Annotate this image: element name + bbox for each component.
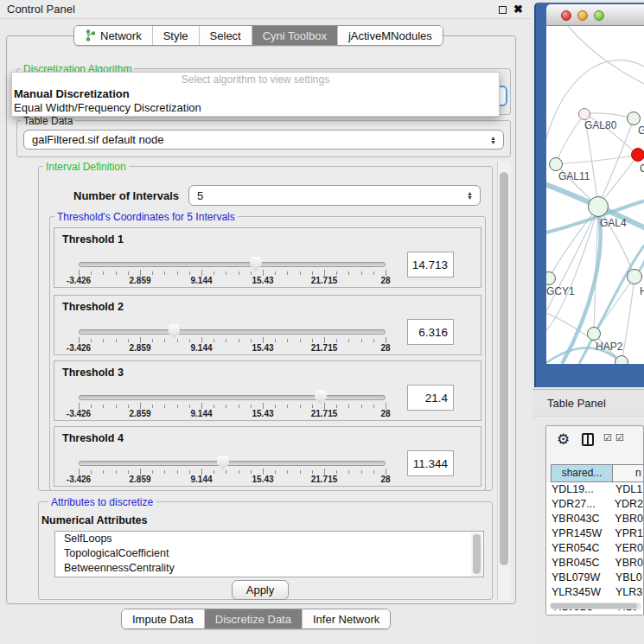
threshold-label: Threshold 3 (62, 367, 124, 379)
dropdown-option-manual[interactable]: Manual Discretization (12, 87, 499, 101)
tick-mark (189, 271, 190, 275)
numerical-attributes-list[interactable]: SelfLoopsTopologicalCoefficientBetweenne… (54, 531, 484, 577)
tab-discretize-data[interactable]: Discretize Data (205, 609, 303, 628)
list-item[interactable]: TopologicalCoefficient (55, 546, 483, 561)
tab-cyni-toolbox[interactable]: Cyni Toolbox (252, 26, 338, 45)
num-intervals-combobox[interactable]: 5 ▲▼ (188, 185, 481, 206)
tick-mark (128, 271, 129, 275)
network-node[interactable] (588, 196, 609, 217)
float-window-icon[interactable] (499, 6, 507, 14)
table-cell[interactable]: YDR27... (546, 497, 612, 512)
table-cell[interactable]: YBR0 (612, 556, 643, 571)
close-icon[interactable]: ✖ (513, 3, 523, 16)
table-cell[interactable]: YBL0 (613, 571, 642, 585)
network-window-titlebar[interactable] (546, 4, 644, 26)
threshold-3-slider[interactable] (79, 395, 386, 400)
tick-label: 9.144 (190, 409, 212, 418)
tick-mark (140, 270, 141, 276)
tick-mark (275, 405, 276, 408)
table-horizontal-scrollbar[interactable] (550, 603, 641, 609)
scrollbar-thumb[interactable] (500, 172, 508, 565)
list-scrollbar[interactable] (471, 532, 482, 577)
tick-label: -3.426 (67, 343, 91, 353)
tick-mark (251, 470, 252, 474)
table-cell[interactable]: YPR145W (546, 526, 612, 541)
settings-scrollbar[interactable] (497, 162, 510, 601)
dropdown-prompt: Select algorithm to view settings (12, 73, 499, 87)
network-node[interactable] (627, 269, 642, 284)
threshold-2-value-field[interactable] (407, 319, 454, 345)
tick-mark (91, 339, 92, 342)
close-traffic-light-icon[interactable] (561, 10, 571, 21)
threshold-2-panel: Threshold 2 -3.4262.8599.14415.4321.7152… (54, 295, 481, 355)
list-item[interactable]: SelfLoops (55, 532, 483, 546)
network-canvas[interactable]: GAL80 G C GAL11 GAL4 GCY1 H HAP2 (546, 26, 644, 364)
tick-mark (336, 470, 337, 474)
column-header-name[interactable]: n (613, 464, 644, 482)
tick-mark (324, 337, 325, 343)
table-cell[interactable]: YDL1 (613, 482, 642, 497)
table-row[interactable]: YPR145WYPR1 (546, 526, 643, 541)
columns-icon[interactable] (582, 433, 594, 446)
zoom-traffic-light-icon[interactable] (594, 10, 604, 21)
tab-impute-data[interactable]: Impute Data (122, 609, 205, 628)
table-row[interactable]: YDR27...YDR2 (546, 497, 643, 512)
list-item[interactable]: BetweennessCentrality (55, 561, 483, 576)
minimize-traffic-light-icon[interactable] (577, 10, 588, 21)
tick-mark (263, 337, 264, 343)
apply-button[interactable]: Apply (232, 580, 289, 600)
table-cell[interactable]: YPR1 (612, 526, 643, 541)
control-panel: Control Panel ✖ Network Style Select Cyn… (0, 0, 531, 644)
threshold-3-value-field[interactable] (407, 385, 454, 411)
table-cell[interactable]: YER0 (612, 541, 643, 556)
table-row[interactable]: YBL079WYBL0 (546, 571, 643, 585)
table-cell[interactable]: YBR0 (612, 512, 643, 526)
checkbox-icon[interactable]: ☑ (615, 432, 624, 443)
network-node[interactable] (578, 108, 590, 120)
threshold-3-panel: Threshold 3 -3.4262.8599.14415.4321.7152… (54, 360, 481, 421)
dropdown-option-equal-width[interactable]: Equal Width/Frequency Discretization (12, 101, 499, 115)
tab-select[interactable]: Select (200, 26, 252, 45)
tick-mark (103, 339, 104, 342)
table-cell[interactable]: YBR043C (546, 512, 612, 526)
table-cell[interactable]: YBR045C (546, 556, 612, 571)
node-label: GAL4 (600, 217, 627, 229)
table-data-value: galFiltered.sif default node (32, 133, 163, 146)
numerical-attributes-label: Numerical Attributes (41, 514, 147, 526)
network-node[interactable] (631, 148, 644, 162)
scrollbar-thumb[interactable] (551, 603, 637, 609)
threshold-4-slider[interactable] (79, 461, 386, 466)
table-row[interactable]: YDL19...YDL1 (546, 482, 643, 497)
table-row[interactable]: YLR345WYLR3 (546, 585, 643, 600)
table-cell[interactable]: YDR2 (612, 497, 643, 512)
table-cell[interactable]: YDL19... (546, 482, 613, 497)
table-row[interactable]: YER054CYER0 (546, 541, 643, 556)
tick-label: -3.426 (67, 475, 91, 484)
tab-jactivemnodules[interactable]: jActiveMNodules (338, 26, 443, 45)
column-header-shared-name[interactable]: shared... (551, 464, 613, 482)
table-cell[interactable]: YBL079W (546, 571, 613, 585)
threshold-2-slider[interactable] (79, 329, 386, 335)
table-cell[interactable]: YLR345W (546, 585, 613, 600)
table-row[interactable]: YBR043CYBR0 (546, 512, 643, 526)
tick-mark (91, 470, 92, 474)
checkbox-icon[interactable]: ☑ (603, 432, 612, 443)
network-node[interactable] (549, 157, 563, 171)
tick-label: -3.426 (67, 409, 91, 418)
network-node[interactable] (627, 112, 641, 125)
network-node[interactable] (587, 327, 601, 341)
threshold-1-value-field[interactable] (407, 252, 454, 277)
table-cell[interactable]: YLR3 (613, 585, 642, 600)
threshold-4-value-field[interactable] (407, 450, 454, 476)
tab-style[interactable]: Style (153, 26, 200, 45)
table-row[interactable]: YBR045CYBR0 (546, 556, 643, 571)
tab-network[interactable]: Network (74, 26, 153, 45)
gear-icon[interactable]: ⚙ (557, 430, 570, 449)
tab-infer-network[interactable]: Infer Network (303, 609, 390, 628)
network-node[interactable] (615, 355, 628, 364)
table-cell[interactable]: YER054C (546, 541, 612, 556)
tick-mark (79, 337, 80, 343)
threshold-1-slider[interactable] (79, 262, 386, 267)
table-data-combobox[interactable]: galFiltered.sif default node ▲▼ (23, 130, 504, 150)
tick-mark (226, 470, 226, 474)
